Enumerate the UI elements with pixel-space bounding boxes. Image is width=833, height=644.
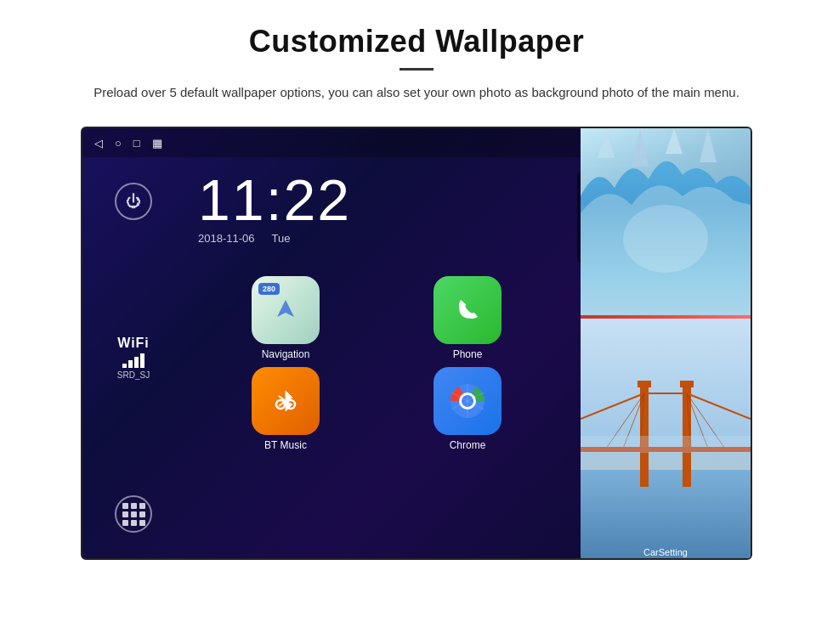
phone-screen: ◁ ○ □ ▦ 📍 ▾ 11:22 ⏻ WiFi bbox=[81, 127, 752, 560]
clock-info: 11:22 2018-11-06 Tue bbox=[198, 171, 560, 245]
status-left: ◁ ○ □ ▦ bbox=[94, 137, 162, 150]
page-description: Preload over 5 default wallpaper options… bbox=[68, 82, 765, 103]
bt-music-icon bbox=[252, 367, 320, 435]
phone-icon bbox=[434, 276, 502, 344]
navigation-icon: 280 bbox=[252, 276, 320, 344]
svg-rect-44 bbox=[581, 436, 751, 453]
navigation-label: Navigation bbox=[262, 348, 310, 360]
clock-date-value: 2018-11-06 bbox=[198, 232, 255, 245]
recents-icon: □ bbox=[133, 137, 140, 150]
phone-label: Phone bbox=[453, 348, 483, 360]
app-navigation[interactable]: 280 Navigation bbox=[198, 276, 373, 360]
app-phone[interactable]: Phone bbox=[380, 276, 555, 360]
wifi-bar-4 bbox=[140, 353, 144, 368]
nav-badge: 280 bbox=[258, 283, 280, 295]
app-bt-music[interactable]: BT Music bbox=[198, 367, 373, 451]
svg-point-23 bbox=[623, 205, 708, 273]
screenshot-icon: ▦ bbox=[152, 137, 162, 150]
power-icon: ⏻ bbox=[126, 193, 141, 211]
apps-grid-icon bbox=[122, 503, 145, 526]
clock-time: 11:22 bbox=[198, 171, 560, 229]
wifi-bars bbox=[117, 353, 150, 368]
chrome-icon bbox=[434, 367, 502, 435]
clock-date: 2018-11-06 Tue bbox=[198, 232, 560, 245]
svg-rect-43 bbox=[680, 381, 694, 387]
wifi-widget: WiFi SRD_SJ bbox=[117, 336, 150, 380]
home-icon: ○ bbox=[115, 137, 122, 150]
wifi-bar-3 bbox=[134, 357, 139, 368]
wifi-bar-2 bbox=[128, 360, 133, 368]
left-sidebar: ⏻ WiFi SRD_SJ bbox=[82, 157, 184, 558]
page-header: Customized Wallpaper Preload over 5 defa… bbox=[0, 0, 833, 118]
demo-area: ◁ ○ □ ▦ 📍 ▾ 11:22 ⏻ WiFi bbox=[0, 118, 833, 560]
bt-music-label: BT Music bbox=[264, 439, 307, 451]
app-chrome[interactable]: Chrome bbox=[380, 367, 555, 451]
wallpaper-ice[interactable] bbox=[581, 128, 751, 315]
chrome-label: Chrome bbox=[450, 439, 486, 451]
svg-rect-42 bbox=[638, 381, 651, 387]
wifi-label: WiFi bbox=[117, 336, 150, 351]
title-divider bbox=[400, 68, 434, 71]
wifi-ssid: SRD_SJ bbox=[117, 370, 150, 380]
page-title: Customized Wallpaper bbox=[68, 24, 765, 59]
apps-button[interactable] bbox=[115, 495, 152, 533]
back-icon: ◁ bbox=[94, 137, 103, 150]
carsetting-label: CarSetting bbox=[581, 547, 751, 557]
power-button[interactable]: ⏻ bbox=[115, 183, 152, 220]
wallpaper-bridge[interactable]: CarSetting bbox=[581, 319, 751, 560]
clock-day: Tue bbox=[272, 232, 291, 245]
wifi-bar-1 bbox=[122, 364, 127, 368]
wallpaper-panel: CarSetting bbox=[581, 128, 751, 560]
